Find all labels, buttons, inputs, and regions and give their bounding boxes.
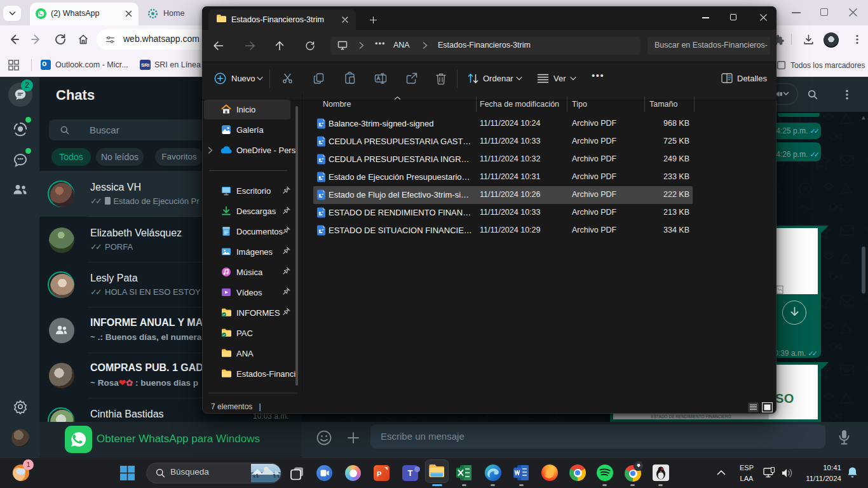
- svg-text:P: P: [377, 470, 381, 478]
